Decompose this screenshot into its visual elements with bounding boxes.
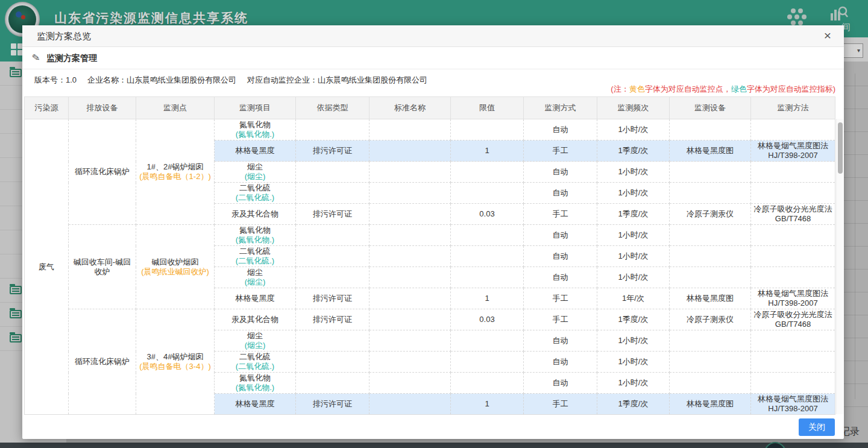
monitor-frequency-cell: 1季度/次: [597, 309, 670, 330]
column-header: 限值: [451, 97, 524, 119]
standard-name-cell: [370, 394, 451, 415]
limit-value-cell: [451, 225, 524, 246]
standard-name-cell: [370, 309, 451, 330]
monitor-item-cell: 林格曼黑度: [215, 394, 296, 415]
auto-monitor-indicator-name: (二氧化硫.): [217, 256, 293, 266]
limit-value-cell: [451, 246, 524, 267]
basis-type-cell: [296, 119, 370, 140]
monitor-item-cell: 汞及其化合物: [215, 204, 296, 225]
monitor-item-name: 烟尘: [217, 162, 293, 172]
monitor-frequency-cell: 1小时/次: [597, 373, 670, 394]
basis-type-cell: [296, 246, 370, 267]
plan-table-area: 污染源排放设备监测点监测项目依据类型标准名称限值监测方式监测频次监测设备监测方法…: [22, 96, 844, 414]
monitor-mode-cell: 自动: [524, 225, 597, 246]
monitor-method-cell: 林格曼烟气黑度图法HJ/T398-2007: [751, 288, 835, 309]
monitor-item-name: 林格曼黑度: [217, 146, 293, 156]
basis-type-cell: 排污许可证: [296, 394, 370, 415]
monitor-point-cell: 3#、4#锅炉烟囱(晨鸣自备电（3-4）): [136, 309, 215, 415]
column-header: 监测方法: [751, 97, 835, 119]
standard-name-cell: [370, 162, 451, 183]
scrollbar-thumb[interactable]: [838, 122, 843, 174]
monitor-item-cell: 烟尘(烟尘): [215, 330, 296, 352]
auto-company-label: 对应自动监控企业：: [247, 75, 318, 84]
column-header: 依据类型: [296, 97, 370, 119]
monitor-mode-cell: 自动: [524, 330, 597, 352]
basis-type-cell: 排污许可证: [296, 288, 370, 309]
monitor-device-cell: [670, 352, 751, 373]
monitor-item-cell: 林格曼黑度: [215, 288, 296, 309]
standard-name-cell: [370, 204, 451, 225]
table-row[interactable]: 废气循环流化床锅炉1#、2#锅炉烟囱(晨鸣自备电（1-2）)氮氧化物(氮氧化物.…: [25, 119, 835, 140]
monitor-frequency-cell: 1小时/次: [597, 119, 670, 140]
monitor-frequency-cell: 1小时/次: [597, 352, 670, 373]
monitor-mode-cell: 自动: [524, 352, 597, 373]
auto-company-value: 山东晨鸣纸业集团股份有限公司: [318, 75, 427, 84]
limit-value-cell: 0.03: [451, 204, 524, 225]
monitor-method-cell: [751, 119, 835, 140]
monitor-device-cell: 林格曼黑度图: [670, 394, 751, 415]
monitor-item-cell: 氮氧化物(氮氧化物.): [215, 225, 296, 246]
monitor-frequency-cell: 1季度/次: [597, 394, 670, 415]
monitor-mode-cell: 自动: [524, 267, 597, 288]
note-text: 字体为对应自动监控指标): [747, 84, 835, 93]
limit-value-cell: [451, 267, 524, 288]
monitor-item-cell: 氮氧化物(氮氧化物.): [215, 119, 296, 140]
monitor-method-cell: 林格曼烟气黑度图法HJ/T398-2007: [751, 394, 835, 415]
monitor-mode-cell: 手工: [524, 288, 597, 309]
pen-icon: ✎: [31, 51, 41, 64]
monitor-frequency-cell: 1小时/次: [597, 162, 670, 183]
monitor-method-cell: [751, 162, 835, 183]
version-value: 1.0: [66, 75, 77, 84]
basis-type-cell: [296, 225, 370, 246]
standard-name-cell: [370, 373, 451, 394]
monitor-mode-cell: 手工: [524, 204, 597, 225]
monitor-frequency-cell: 1小时/次: [597, 225, 670, 246]
monitor-device-cell: [670, 246, 751, 267]
auto-monitor-indicator-name: (烟尘): [217, 341, 293, 350]
standard-name-cell: [370, 288, 451, 309]
monitor-item-cell: 二氧化硫(二氧化硫.): [215, 183, 296, 204]
column-header: 监测设备: [670, 97, 751, 119]
monitor-method-cell: [751, 267, 835, 288]
monitor-mode-cell: 手工: [524, 140, 597, 162]
monitor-device-cell: 冷原子测汞仪: [670, 309, 751, 330]
limit-value-cell: 1: [451, 288, 524, 309]
close-icon[interactable]: ×: [820, 28, 835, 43]
monitor-frequency-cell: 1小时/次: [597, 330, 670, 352]
standard-name-cell: [370, 330, 451, 352]
monitor-item-cell: 氮氧化物(氮氧化物.): [215, 373, 296, 394]
monitor-mode-cell: 自动: [524, 119, 597, 140]
monitor-frequency-cell: 1季度/次: [597, 204, 670, 225]
modal-footer: 关闭: [22, 414, 844, 439]
table-row[interactable]: 循环流化床锅炉3#、4#锅炉烟囱(晨鸣自备电（3-4）)汞及其化合物排污许可证0…: [25, 309, 835, 330]
monitor-item-cell: 林格曼黑度: [215, 140, 296, 162]
monitor-device-cell: 冷原子测汞仪: [670, 204, 751, 225]
company-value: 山东晨鸣纸业集团股份有限公司: [127, 75, 236, 84]
column-header: 污染源: [25, 97, 69, 119]
column-header: 监测点: [136, 97, 215, 119]
standard-name-cell: [370, 119, 451, 140]
pollution-source-cell: 废气: [25, 119, 69, 415]
equipment-cell: 循环流化床锅炉: [69, 309, 136, 415]
table-scrollbar[interactable]: [836, 119, 843, 414]
monitor-method-cell: [751, 330, 835, 352]
monitor-device-cell: [670, 373, 751, 394]
section-header: ✎ 监测方案管理: [22, 47, 844, 69]
equipment-cell: 循环流化床锅炉: [69, 119, 136, 225]
note-text: 字体为对应自动监控点，: [645, 84, 731, 93]
monitor-item-name: 汞及其化合物: [217, 315, 293, 324]
monitor-method-cell: 冷原子吸收分光光度法GB/T7468: [751, 204, 835, 225]
monitor-point-name: 3#、4#锅炉烟囱: [139, 352, 212, 362]
table-row[interactable]: 碱回收车间-碱回收炉碱回收炉烟囱(晨鸣纸业碱回收炉)氮氧化物(氮氧化物.)自动1…: [25, 225, 835, 246]
limit-value-cell: 0.03: [451, 309, 524, 330]
monitor-item-name: 二氧化硫: [217, 183, 293, 193]
basis-type-cell: [296, 373, 370, 394]
note-text: (注：: [611, 84, 629, 93]
monitor-device-cell: 林格曼黑度图: [670, 140, 751, 162]
monitor-item-name: 二氧化硫: [217, 352, 293, 362]
monitor-frequency-cell: 1小时/次: [597, 183, 670, 204]
monitor-frequency-cell: 1小时/次: [597, 267, 670, 288]
monitor-device-cell: [670, 225, 751, 246]
close-button[interactable]: 关闭: [799, 418, 835, 436]
version-label: 版本号：: [34, 75, 66, 84]
